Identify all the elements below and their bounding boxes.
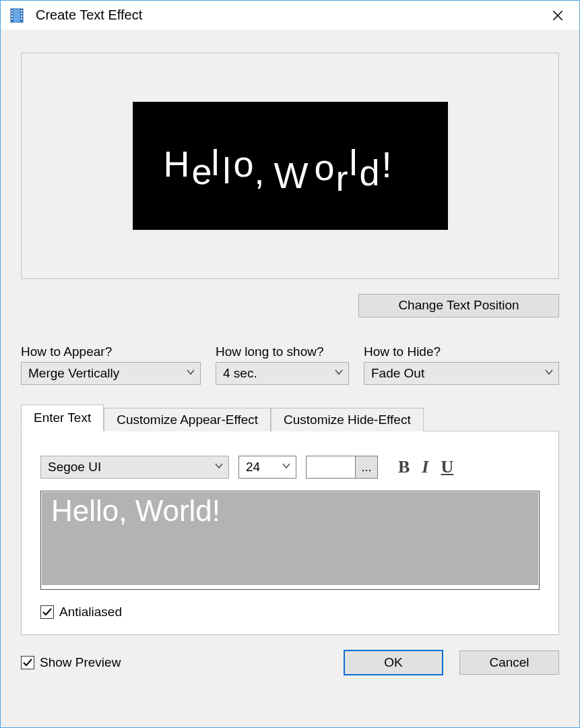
preview-glyph: W [274,157,309,193]
tab-customize-hide[interactable]: Customize Hide-Effect [271,408,424,431]
svg-rect-10 [21,18,22,20]
check-icon [42,607,53,617]
tab-body: Segoe UI 24 ... B I U [21,431,559,635]
font-family-value: Segoe UI [48,460,101,475]
tab-strip: Enter Text Customize Appear-Effect Custo… [21,404,559,431]
preview-glyph: l [212,144,220,181]
bold-button[interactable]: B [398,457,410,477]
svg-rect-4 [11,13,13,14]
chevron-down-icon [544,366,554,381]
font-family-combo[interactable]: Segoe UI [40,456,229,479]
preview-glyph: e [192,153,212,189]
preview-glyph: o [234,146,254,182]
color-more-button[interactable]: ... [355,456,378,479]
dialog-footer: Show Preview OK Cancel [21,650,559,675]
underline-button[interactable]: U [441,457,453,477]
text-input[interactable]: Hello, World! [42,492,538,585]
close-button[interactable] [539,1,577,30]
duration-combo[interactable]: 4 sec. [216,362,349,385]
duration-value: 4 sec. [223,366,257,381]
antialiased-checkbox[interactable] [40,605,54,619]
cancel-button[interactable]: Cancel [459,650,559,675]
close-icon [552,9,564,22]
effect-params: How to Appear? Merge Vertically How long… [21,344,559,385]
text-input-frame: Hello, World! [40,491,540,590]
svg-rect-7 [21,10,22,11]
appear-combo[interactable]: Merge Vertically [21,362,201,385]
font-size-combo[interactable]: 24 [238,456,296,479]
param-appear: How to Appear? Merge Vertically [21,344,201,385]
svg-rect-9 [21,16,22,17]
antialiased-row: Antialiased [40,605,540,619]
check-icon [22,657,33,668]
preview-glyph: o [315,149,335,185]
ok-button[interactable]: OK [344,650,443,675]
appear-label: How to Appear? [21,344,201,359]
show-preview-label: Show Preview [40,655,121,670]
film-icon [9,7,25,24]
font-row: Segoe UI 24 ... B I U [40,456,540,479]
window-title: Create Text Effect [36,7,539,23]
hide-value: Fade Out [371,366,424,381]
tabs: Enter Text Customize Appear-Effect Custo… [21,404,559,635]
svg-rect-8 [21,13,22,14]
chevron-down-icon [214,460,224,475]
tab-enter-text[interactable]: Enter Text [21,404,104,431]
tab-customize-appear[interactable]: Customize Appear-Effect [104,408,271,431]
chevron-down-icon [333,366,344,381]
preview-glyph: H [164,146,190,182]
show-preview-checkbox[interactable] [21,656,34,669]
preview-glyph: d [360,154,380,191]
svg-rect-6 [11,18,13,20]
style-buttons: B I U [398,457,453,477]
preview-canvas: Hello,World! [133,102,448,230]
antialiased-label: Antialiased [59,605,122,619]
preview-frame: Hello,World! [21,53,559,279]
dialog-window: Create Text Effect Hello,World! Change T… [0,0,580,728]
hide-label: How to Hide? [364,344,559,359]
chevron-down-icon [185,366,196,381]
param-hide: How to Hide? Fade Out [364,344,559,385]
hide-combo[interactable]: Fade Out [364,362,559,385]
title-bar: Create Text Effect [1,1,579,30]
svg-rect-5 [11,16,13,17]
client-area: Hello,World! Change Text Position How to… [1,30,579,727]
color-swatch[interactable] [306,456,356,479]
duration-label: How long to show? [216,344,349,359]
preview-glyph: , [255,153,265,189]
preview-glyph: r [336,160,348,196]
chevron-down-icon [281,460,292,475]
preview-glyph: ! [382,146,392,183]
change-position-row: Change Text Position [21,294,559,317]
change-text-position-button[interactable]: Change Text Position [358,294,559,317]
font-size-value: 24 [246,460,260,475]
preview-glyph: l [223,152,231,189]
appear-value: Merge Vertically [28,366,119,381]
param-duration: How long to show? 4 sec. [216,344,349,385]
svg-rect-3 [11,10,13,11]
color-picker: ... [306,456,378,479]
italic-button[interactable]: I [422,457,428,477]
preview-glyph: l [350,144,358,181]
